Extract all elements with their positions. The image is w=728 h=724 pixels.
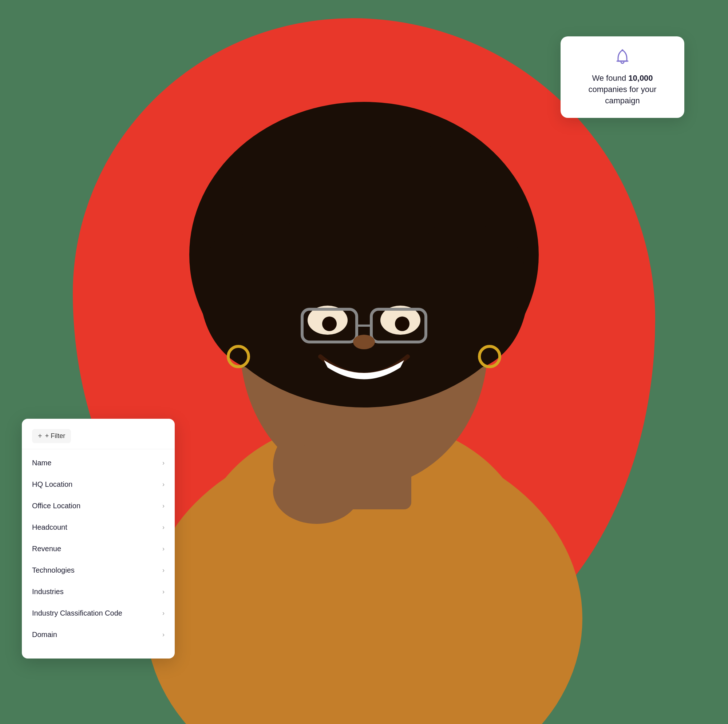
svg-point-9	[277, 124, 451, 255]
filter-item-office-location-chevron: ›	[162, 502, 165, 510]
bell-icon-container	[574, 48, 671, 67]
scene-container: We found 10,000 companies for your campa…	[0, 0, 728, 724]
filter-item-domain[interactable]: Domain ›	[22, 624, 175, 645]
filter-item-industry-classification-code-chevron: ›	[162, 609, 165, 617]
filter-button[interactable]: + + Filter	[32, 429, 71, 443]
filter-item-hq-location[interactable]: HQ Location ›	[22, 474, 175, 495]
filter-item-hq-location-chevron: ›	[162, 481, 165, 488]
filter-item-name-label: Name	[32, 459, 51, 467]
filter-item-headcount-chevron: ›	[162, 524, 165, 531]
filter-item-technologies[interactable]: Technologies ›	[22, 559, 175, 581]
filter-panel: + + Filter Name › HQ Location › Office L…	[22, 419, 175, 658]
bell-icon	[613, 48, 632, 67]
filter-item-industries[interactable]: Industries ›	[22, 581, 175, 602]
filter-item-revenue[interactable]: Revenue ›	[22, 538, 175, 559]
filter-item-office-location-label: Office Location	[32, 502, 80, 510]
svg-point-21	[273, 437, 309, 495]
filter-header: + + Filter	[22, 429, 175, 449]
filter-item-technologies-label: Technologies	[32, 566, 75, 574]
svg-point-15	[322, 316, 337, 331]
filter-button-label: + Filter	[45, 432, 66, 440]
filter-item-name[interactable]: Name ›	[22, 452, 175, 474]
notification-card: We found 10,000 companies for your campa…	[561, 37, 684, 118]
filter-item-domain-label: Domain	[32, 631, 57, 639]
filter-item-industries-chevron: ›	[162, 588, 165, 596]
filter-item-technologies-chevron: ›	[162, 567, 165, 574]
filter-plus-icon: +	[38, 432, 42, 440]
filter-item-headcount[interactable]: Headcount ›	[22, 516, 175, 538]
filter-item-revenue-label: Revenue	[32, 545, 61, 553]
filter-item-industries-label: Industries	[32, 588, 64, 596]
notification-count: 10,000	[628, 73, 653, 82]
notification-text: We found 10,000 companies for your campa…	[574, 73, 671, 106]
filter-list: Name › HQ Location › Office Location › H…	[22, 449, 175, 648]
filter-item-domain-chevron: ›	[162, 631, 165, 638]
filter-item-industry-classification-code[interactable]: Industry Classification Code ›	[22, 602, 175, 624]
filter-item-hq-location-label: HQ Location	[32, 480, 72, 489]
filter-item-industry-classification-code-label: Industry Classification Code	[32, 609, 122, 617]
filter-item-name-chevron: ›	[162, 459, 165, 467]
svg-point-17	[353, 335, 375, 349]
svg-point-22	[622, 49, 624, 51]
filter-item-revenue-chevron: ›	[162, 545, 165, 553]
svg-point-16	[395, 316, 410, 331]
filter-item-headcount-label: Headcount	[32, 523, 67, 532]
filter-item-office-location[interactable]: Office Location ›	[22, 495, 175, 516]
